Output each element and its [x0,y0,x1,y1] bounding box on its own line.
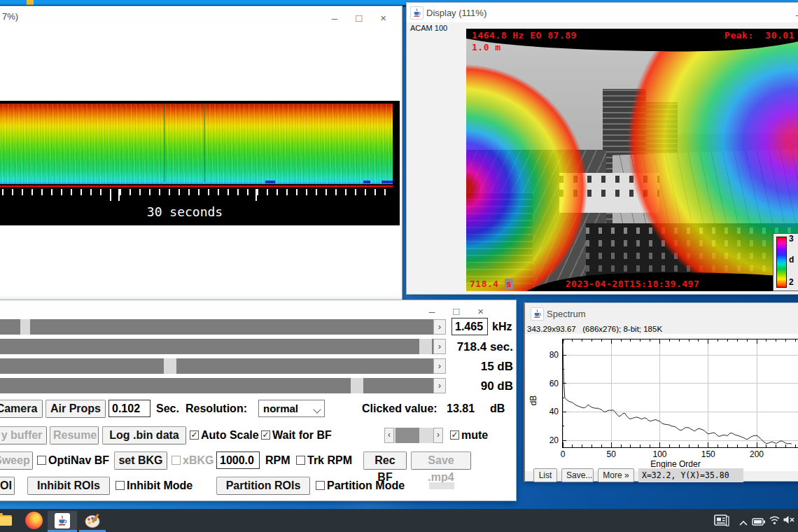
auto-scale-checkbox[interactable] [190,430,199,440]
firefox-icon[interactable] [20,511,48,530]
spectrogram-low-band [265,181,275,183]
display-window-title: Display (111%) [426,8,486,18]
battery-icon[interactable] [752,516,766,528]
chevron-down-icon [313,405,321,413]
volume-thumb[interactable] [396,428,419,443]
news-tray-icon[interactable] [714,514,729,529]
time-axis-label: 30 seconds [0,204,370,219]
slider-track[interactable] [0,358,433,374]
minimize-icon[interactable]: – [796,8,798,21]
slider-thumb[interactable] [351,378,363,393]
wifi-icon[interactable] [769,514,780,528]
level-slider[interactable]: › 90 dB [0,378,516,393]
rpm-field[interactable]: 1000.0 [216,451,260,469]
camera-button[interactable]: Camera [0,400,43,418]
save-button[interactable]: Save... [561,468,594,482]
sec-label: Sec. [156,400,179,418]
partition-mode-label: Partition Mode [327,477,405,495]
integration-time-field[interactable]: 0.102 [108,400,150,417]
colorbar-max-label: 3 [789,234,794,244]
svg-text:20: 20 [550,435,559,445]
colorbar-min-label: 2 [789,277,794,287]
close-icon[interactable]: × [380,12,386,24]
svg-text:40: 40 [550,407,559,416]
partition-rois-button[interactable]: Partition ROIs [216,477,310,495]
frequency-value-field[interactable]: 1.465 [451,318,488,335]
slider-thumb[interactable] [20,319,30,335]
rec-bf-button[interactable]: Rec BF [363,451,407,470]
distance-readout: 1.0 m [472,42,501,52]
wait-for-bf-checkbox[interactable] [261,430,270,440]
set-bkg-button[interactable]: set BKG [114,451,167,470]
slider-track[interactable] [0,339,433,354]
beamform-camera-image[interactable]: 1464.8 Hz EO 87.89 Peak: 30.01 1.0 m 718… [466,29,798,291]
time-value: 718.4 [470,279,499,289]
inhibit-rois-button[interactable]: Inhibit ROIs [27,477,110,495]
spectrogram-panel[interactable]: 30 seconds [0,101,400,225]
range-slider[interactable]: › 15 dB [0,358,516,374]
resume-button[interactable]: Resume [50,426,99,444]
volume-muted-icon[interactable] [783,514,795,528]
maximize-icon[interactable]: □ [356,12,362,24]
slider-right-arrow[interactable]: › [433,339,446,354]
desktop-yellow-mark [27,0,34,5]
frequency-unit-label: kHz [492,318,512,336]
maximize-icon[interactable]: □ [453,305,459,318]
java-app-taskbar-icon[interactable] [48,511,77,530]
svg-text:60: 60 [550,379,559,388]
slider-track[interactable] [0,319,433,335]
time-slider[interactable]: › 718.4 sec. [0,339,516,354]
svg-text:80: 80 [550,350,559,360]
spectrogram-time-cursor [0,186,393,187]
slider-thumb[interactable] [419,339,432,354]
optinav-bf-checkbox[interactable] [37,456,46,465]
java-app-icon [410,6,424,20]
save-mp4-button[interactable]: Save .mp4 [411,451,471,470]
resolution-select[interactable]: normal [258,400,325,417]
auto-scale-label: Auto Scale [201,426,259,444]
slider-track[interactable] [0,378,433,393]
roi-button[interactable]: OI [0,477,15,495]
volume-left-arrow[interactable]: ‹ [384,428,394,443]
display-window: Display (111%) – ACAM 100 1464.8 Hz EO 8… [406,2,798,295]
spectrogram-streak [164,104,165,182]
slider-right-arrow[interactable]: › [433,358,446,374]
copy-buffer-button[interactable]: y buffer [0,426,47,444]
slider-right-arrow[interactable]: › [433,319,446,335]
control-window-controls: – □ × [429,305,484,318]
hidden-icons-chevron[interactable] [738,517,748,529]
folder-icon [0,515,12,526]
progress-placeholder [429,482,454,489]
volume-right-arrow[interactable]: › [433,428,443,443]
log-bin-data-button[interactable]: Log .bin data [102,426,186,444]
level-value-label: 90 dB [449,378,513,395]
air-props-button[interactable]: Air Props [46,400,106,418]
list-button[interactable]: List [533,468,557,482]
colorbar-unit-label: d [789,255,794,265]
sweep-button[interactable]: Sweep [0,451,33,470]
paint-palette-icon[interactable] [79,511,107,530]
close-icon[interactable]: × [477,305,484,318]
inhibit-mode-checkbox[interactable] [115,481,125,490]
slider-right-arrow[interactable]: › [433,378,446,393]
palette-icon [84,512,102,529]
minimize-icon[interactable]: – [429,305,435,318]
trk-rpm-checkbox[interactable] [296,456,305,465]
xbkg-checkbox[interactable] [172,456,181,465]
spectrogram-window-title: 7%) [2,11,18,22]
more-button[interactable]: More » [598,468,634,482]
db-colorbar: 3 d 2 [773,233,798,291]
file-explorer-icon[interactable] [0,511,18,530]
clicked-value-unit: dB [490,400,505,418]
time-readout: 718.4 s [470,279,513,289]
frequency-slider[interactable]: › 1.465 kHz [0,319,516,335]
volume-scrollbar[interactable] [394,428,433,443]
image-info-line: 343.29x93.67 (686x276); 8-bit; 185K [527,325,662,333]
partition-mode-checkbox[interactable] [316,481,325,490]
spectrum-plot[interactable]: 05010015020020406080Engine OrderdB [525,334,798,471]
svg-text:Engine Order: Engine Order [650,459,700,469]
minimize-icon[interactable]: – [332,12,337,24]
svg-text:50: 50 [607,449,617,459]
slider-thumb[interactable] [164,358,176,374]
mute-checkbox[interactable] [450,430,459,440]
